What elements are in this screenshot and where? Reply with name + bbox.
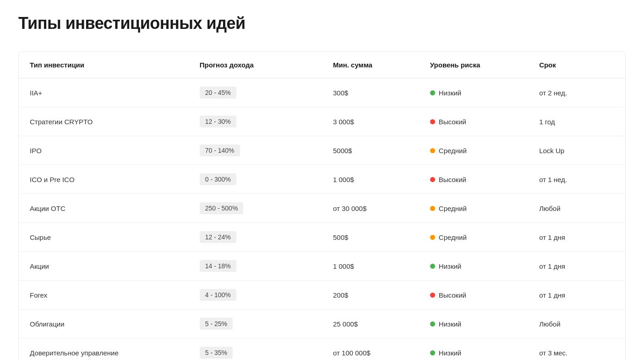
cell-risk: Низкий [419,78,528,107]
forecast-badge: 12 - 30% [200,116,236,127]
cell-min-sum: 500$ [322,223,419,252]
cell-term: Любой [528,310,625,338]
forecast-badge: 20 - 45% [200,87,236,99]
header-min-sum: Мин. сумма [322,52,419,78]
cell-type: Стратегии CRYPTO [19,107,189,136]
cell-forecast: 0 - 300% [189,165,322,194]
risk-dot-icon [430,235,435,240]
header-type: Тип инвестиции [19,52,189,78]
cell-type: Сырье [19,223,189,252]
forecast-badge: 12 - 24% [200,231,236,243]
cell-risk: Низкий [419,252,528,281]
cell-min-sum: 5000$ [322,136,419,165]
table-row: Акции 14 - 18% 1 000$ Низкий от 1 дня [19,252,625,281]
table-row: IPO 70 - 140% 5000$ Средний Lock Up [19,136,625,165]
cell-type: Forex [19,281,189,310]
risk-label: Низкий [439,320,461,328]
table-row: Стратегии CRYPTO 12 - 30% 3 000$ Высокий… [19,107,625,136]
forecast-badge: 70 - 140% [200,144,240,156]
risk-label: Средний [439,205,467,212]
cell-type: IPO [19,136,189,165]
forecast-badge: 14 - 18% [200,260,236,272]
cell-min-sum: 1 000$ [322,165,419,194]
cell-term: от 1 дня [528,281,625,310]
cell-forecast: 12 - 24% [189,223,322,252]
cell-risk: Средний [419,136,528,165]
cell-risk: Низкий [419,338,528,360]
forecast-badge: 4 - 100% [200,289,236,301]
table-row: Акции OTC 250 - 500% от 30 000$ Средний … [19,194,625,223]
cell-risk: Низкий [419,310,528,338]
cell-type: ICO и Pre ICO [19,165,189,194]
table-row: Forex 4 - 100% 200$ Высокий от 1 дня [19,281,625,310]
cell-min-sum: от 100 000$ [322,338,419,360]
risk-label: Высокий [439,291,466,299]
cell-risk: Высокий [419,281,528,310]
cell-term: от 1 нед. [528,165,625,194]
cell-forecast: 4 - 100% [189,281,322,310]
cell-type: IIA+ [19,78,189,107]
table-row: ICO и Pre ICO 0 - 300% 1 000$ Высокий от… [19,165,625,194]
cell-type: Акции [19,252,189,281]
cell-min-sum: 300$ [322,78,419,107]
cell-forecast: 70 - 140% [189,136,322,165]
cell-forecast: 5 - 35% [189,338,322,360]
cell-type: Доверительное управление [19,338,189,360]
header-term: Срок [528,52,625,78]
risk-dot-icon [430,321,435,327]
cell-term: Lock Up [528,136,625,165]
cell-min-sum: 1 000$ [322,252,419,281]
risk-dot-icon [430,90,435,95]
cell-risk: Высокий [419,165,528,194]
cell-min-sum: от 30 000$ [322,194,419,223]
page-title: Типы инвестиционных идей [18,14,626,33]
cell-forecast: 250 - 500% [189,194,322,223]
cell-forecast: 5 - 25% [189,310,322,338]
risk-label: Средний [439,147,467,155]
risk-label: Низкий [439,349,461,357]
cell-forecast: 14 - 18% [189,252,322,281]
risk-label: Средний [439,233,467,241]
table-row: Сырье 12 - 24% 500$ Средний от 1 дня [19,223,625,252]
cell-type: Облигации [19,310,189,338]
risk-label: Высокий [439,118,466,126]
cell-term: от 1 дня [528,223,625,252]
cell-term: 1 год [528,107,625,136]
table-row: Доверительное управление 5 - 35% от 100 … [19,338,625,360]
header-forecast: Прогноз дохода [189,52,322,78]
cell-forecast: 20 - 45% [189,78,322,107]
cell-term: Любой [528,194,625,223]
cell-term: от 2 нед. [528,78,625,107]
risk-dot-icon [430,293,435,298]
risk-dot-icon [430,148,435,153]
forecast-badge: 5 - 25% [200,318,233,330]
risk-dot-icon [430,350,435,355]
risk-dot-icon [430,206,435,211]
cell-term: от 1 дня [528,252,625,281]
risk-dot-icon [430,264,435,269]
risk-label: Низкий [439,262,461,270]
cell-risk: Средний [419,223,528,252]
forecast-badge: 5 - 35% [200,347,233,359]
forecast-badge: 250 - 500% [200,202,244,214]
cell-type: Акции OTC [19,194,189,223]
forecast-badge: 0 - 300% [200,173,236,185]
risk-label: Низкий [439,89,461,97]
cell-forecast: 12 - 30% [189,107,322,136]
table-row: Облигации 5 - 25% 25 000$ Низкий Любой [19,310,625,338]
risk-dot-icon [430,119,435,124]
investment-types-table: Тип инвестиции Прогноз дохода Мин. сумма… [18,51,626,360]
cell-min-sum: 25 000$ [322,310,419,338]
cell-term: от 3 мес. [528,338,625,360]
risk-label: Высокий [439,176,466,183]
risk-dot-icon [430,177,435,182]
table-row: IIA+ 20 - 45% 300$ Низкий от 2 нед. [19,78,625,107]
cell-min-sum: 3 000$ [322,107,419,136]
cell-risk: Высокий [419,107,528,136]
cell-risk: Средний [419,194,528,223]
cell-min-sum: 200$ [322,281,419,310]
header-risk: Уровень риска [419,52,528,78]
